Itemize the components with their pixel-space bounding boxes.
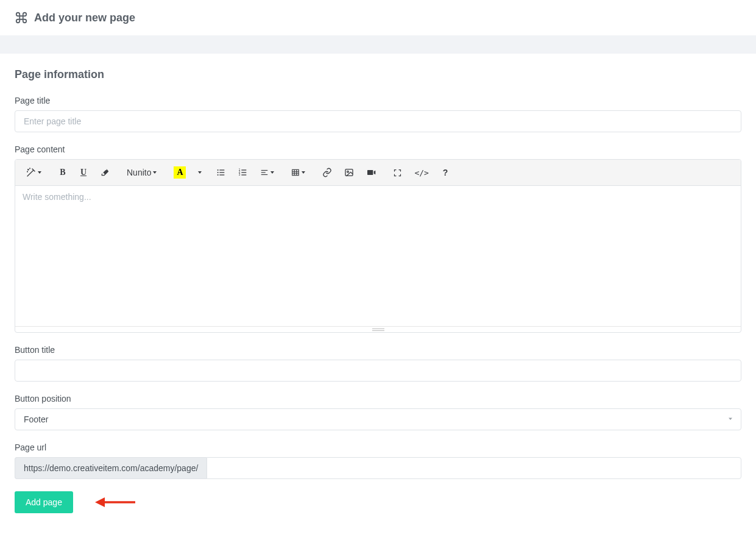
- button-title-input[interactable]: [15, 360, 741, 382]
- button-position-select[interactable]: Footer: [15, 408, 741, 430]
- page-title-input[interactable]: [15, 110, 741, 132]
- table-button[interactable]: [285, 163, 311, 182]
- image-button[interactable]: [338, 163, 360, 182]
- svg-point-0: [28, 169, 29, 170]
- svg-rect-16: [261, 172, 266, 172]
- page-content-group: Page content B U: [15, 144, 741, 333]
- button-position-group: Button position Footer: [15, 394, 741, 430]
- button-title-group: Button title: [15, 345, 741, 382]
- eraser-button[interactable]: [94, 163, 116, 182]
- svg-rect-25: [367, 170, 373, 175]
- font-family-select[interactable]: Nunito: [121, 163, 163, 182]
- svg-rect-12: [242, 169, 247, 170]
- font-color-more-button[interactable]: [192, 163, 205, 182]
- svg-point-2: [27, 171, 28, 172]
- bold-button[interactable]: B: [52, 163, 73, 182]
- page-content-label: Page content: [15, 144, 741, 154]
- page-title-group: Page title: [15, 96, 741, 132]
- editor-resize-handle[interactable]: [15, 326, 741, 332]
- section-heading: Page information: [15, 68, 741, 81]
- page-url-input[interactable]: [207, 457, 741, 479]
- button-position-label: Button position: [15, 394, 741, 403]
- code-view-button[interactable]: </>: [408, 163, 434, 182]
- svg-text:3: 3: [239, 173, 241, 176]
- svg-rect-14: [242, 174, 247, 175]
- svg-point-5: [217, 174, 219, 176]
- help-button[interactable]: ?: [435, 163, 456, 182]
- add-page-button[interactable]: Add page: [15, 491, 73, 513]
- underline-button[interactable]: U: [73, 163, 94, 182]
- svg-rect-13: [242, 172, 247, 172]
- svg-point-1: [30, 168, 30, 169]
- svg-rect-7: [220, 172, 225, 172]
- video-button[interactable]: [360, 163, 382, 182]
- fullscreen-button[interactable]: [387, 163, 408, 182]
- arrow-annotation-icon: [94, 494, 136, 513]
- editor-toolbar: B U Nunito A: [15, 160, 741, 186]
- page-url-prefix: https://demo.creativeitem.com/academy/pa…: [15, 457, 207, 479]
- font-color-button[interactable]: A: [168, 163, 192, 182]
- separator-bar: [0, 35, 756, 54]
- button-title-label: Button title: [15, 345, 741, 355]
- unordered-list-button[interactable]: [210, 163, 232, 182]
- page-url-group: Page url https://demo.creativeitem.com/a…: [15, 443, 741, 479]
- ordered-list-button[interactable]: 123: [232, 163, 254, 182]
- svg-rect-8: [220, 174, 225, 175]
- svg-rect-15: [261, 170, 268, 171]
- paragraph-align-button[interactable]: [254, 163, 280, 182]
- form-card: Page information Page title Page content…: [0, 54, 756, 528]
- page-url-label: Page url: [15, 443, 741, 452]
- svg-rect-6: [220, 169, 225, 170]
- svg-point-3: [217, 169, 219, 171]
- command-icon: [15, 11, 28, 24]
- svg-rect-17: [261, 174, 268, 175]
- page-title-label: Page title: [15, 96, 741, 105]
- svg-rect-18: [292, 169, 299, 175]
- editor-content-area[interactable]: Write something...: [15, 186, 741, 326]
- magic-style-button[interactable]: [20, 163, 48, 182]
- page-title: Add your new page: [34, 12, 135, 24]
- svg-marker-26: [374, 171, 376, 175]
- svg-point-24: [347, 171, 349, 172]
- page-header: Add your new page: [0, 0, 756, 35]
- svg-marker-29: [95, 497, 105, 507]
- rich-text-editor: B U Nunito A: [15, 159, 741, 333]
- svg-point-4: [217, 172, 219, 173]
- link-button[interactable]: [316, 163, 338, 182]
